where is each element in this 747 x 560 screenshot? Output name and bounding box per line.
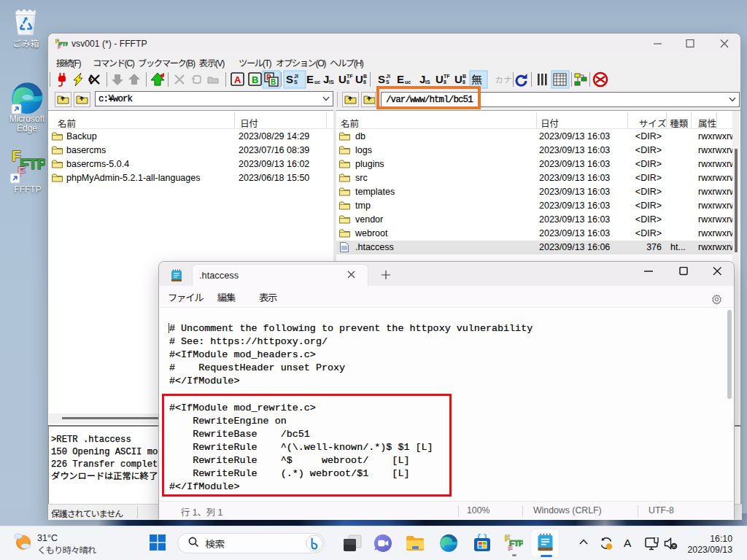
svg-text:8: 8 xyxy=(444,79,446,85)
svg-text:IS: IS xyxy=(329,79,334,85)
svg-text:A: A xyxy=(234,74,241,85)
svg-text:カナ: カナ xyxy=(495,73,512,85)
svg-text:U: U xyxy=(454,73,462,85)
svg-text:JI: JI xyxy=(294,74,298,79)
svg-text:uc: uc xyxy=(314,79,320,85)
svg-text:TF: TF xyxy=(444,74,450,79)
svg-text:F: F xyxy=(508,544,512,552)
svg-text:JI: JI xyxy=(386,74,390,79)
svg-text:S: S xyxy=(286,73,293,85)
svg-text:E: E xyxy=(397,73,404,85)
svg-text:B: B xyxy=(271,78,276,86)
svg-text:8: 8 xyxy=(462,79,465,85)
svg-text:IS: IS xyxy=(425,79,430,85)
svg-text:8: 8 xyxy=(363,79,366,85)
svg-text:F: F xyxy=(58,44,61,49)
svg-text:S: S xyxy=(378,73,385,85)
svg-text:無: 無 xyxy=(471,71,482,87)
svg-text:S: S xyxy=(294,79,298,85)
svg-text:S: S xyxy=(386,79,390,85)
svg-text:B: B xyxy=(462,74,466,79)
svg-text:B: B xyxy=(363,74,367,79)
svg-text:8: 8 xyxy=(347,79,349,85)
svg-text:TF: TF xyxy=(347,74,353,79)
svg-text:B: B xyxy=(252,74,258,85)
svg-text:U: U xyxy=(436,73,444,85)
svg-text:E: E xyxy=(306,73,314,85)
svg-text:U: U xyxy=(355,73,363,85)
svg-text:uc: uc xyxy=(405,79,411,85)
svg-text:U: U xyxy=(338,73,347,85)
